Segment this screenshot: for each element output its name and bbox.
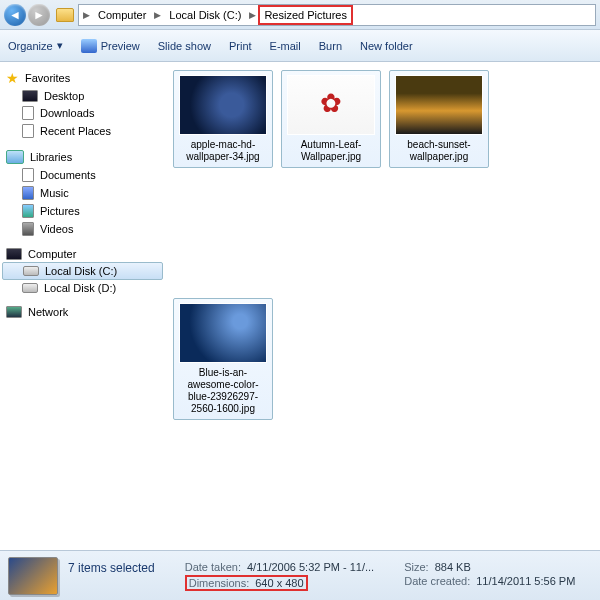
newfolder-button[interactable]: New folder xyxy=(360,40,413,52)
file-thumbnail[interactable]: Blue-is-an-awesome-color-blue-23926297-2… xyxy=(173,298,273,420)
documents-icon xyxy=(22,168,34,182)
sidebar-item-downloads[interactable]: Downloads xyxy=(0,104,165,122)
status-bar: 7 items selected Date taken:4/11/2006 5:… xyxy=(0,550,600,600)
file-thumbnail[interactable]: beach-sunset-wallpaper.jpg xyxy=(389,70,489,168)
chevron-right-icon: ▶ xyxy=(81,10,92,20)
recent-places-icon xyxy=(22,124,34,138)
slideshow-button[interactable]: Slide show xyxy=(158,40,211,52)
thumbnail-image xyxy=(179,75,267,135)
selection-count: 7 items selected xyxy=(68,561,155,575)
file-pane[interactable]: apple-mac-hd-wallpaper-34.jpg Autumn-Lea… xyxy=(165,62,600,550)
breadcrumb-localdisk[interactable]: Local Disk (C:) xyxy=(163,5,247,25)
dimensions-label: Dimensions: xyxy=(189,577,250,589)
back-button[interactable]: ◄ xyxy=(4,4,26,26)
sidebar: ★Favorites Desktop Downloads Recent Plac… xyxy=(0,62,165,550)
pictures-icon xyxy=(22,204,34,218)
address-bar: ◄ ► ▶ Computer ▶ Local Disk (C:) ▶ Resiz… xyxy=(0,0,600,30)
forward-button[interactable]: ► xyxy=(28,4,50,26)
libraries-icon xyxy=(6,150,24,164)
sidebar-item-videos[interactable]: Videos xyxy=(0,220,165,238)
preview-icon xyxy=(81,39,97,53)
folder-icon xyxy=(56,8,74,22)
file-thumbnail[interactable]: Autumn-Leaf-Wallpaper.jpg xyxy=(281,70,381,168)
size-label: Size: xyxy=(404,561,428,573)
sidebar-favorites[interactable]: ★Favorites xyxy=(0,68,165,88)
network-icon xyxy=(6,306,22,318)
dimensions-value: 640 x 480 xyxy=(255,577,303,589)
breadcrumb[interactable]: ▶ Computer ▶ Local Disk (C:) ▶ Resized P… xyxy=(78,4,596,26)
sidebar-item-documents[interactable]: Documents xyxy=(0,166,165,184)
date-created-label: Date created: xyxy=(404,575,470,587)
dimensions-highlight: Dimensions:640 x 480 xyxy=(185,575,308,591)
print-button[interactable]: Print xyxy=(229,40,252,52)
preview-button[interactable]: Preview xyxy=(81,39,140,53)
date-taken-label: Date taken: xyxy=(185,561,241,573)
sidebar-libraries[interactable]: Libraries xyxy=(0,148,165,166)
disk-icon xyxy=(22,283,38,293)
network-group: Network xyxy=(0,304,165,320)
toolbar: Organize ▾ Preview Slide show Print E-ma… xyxy=(0,30,600,62)
sidebar-computer[interactable]: Computer xyxy=(0,246,165,262)
sidebar-item-disk-d[interactable]: Local Disk (D:) xyxy=(0,280,165,296)
thumbnail-image xyxy=(179,303,267,363)
computer-icon xyxy=(6,248,22,260)
sidebar-item-pictures[interactable]: Pictures xyxy=(0,202,165,220)
file-thumbnail[interactable]: apple-mac-hd-wallpaper-34.jpg xyxy=(173,70,273,168)
date-taken-value: 4/11/2006 5:32 PM - 11/... xyxy=(247,561,374,573)
chevron-right-icon: ▶ xyxy=(152,10,163,20)
disk-icon xyxy=(23,266,39,276)
chevron-right-icon: ▶ xyxy=(247,10,258,20)
sidebar-item-music[interactable]: Music xyxy=(0,184,165,202)
downloads-icon xyxy=(22,106,34,120)
file-name: apple-mac-hd-wallpaper-34.jpg xyxy=(178,139,268,163)
sidebar-network[interactable]: Network xyxy=(0,304,165,320)
sidebar-item-recent[interactable]: Recent Places xyxy=(0,122,165,140)
sidebar-item-disk-c[interactable]: Local Disk (C:) xyxy=(2,262,163,280)
thumbnail-image xyxy=(287,75,375,135)
videos-icon xyxy=(22,222,34,236)
date-created-value: 11/14/2011 5:56 PM xyxy=(476,575,575,587)
thumbnail-image xyxy=(395,75,483,135)
email-button[interactable]: E-mail xyxy=(270,40,301,52)
size-value: 884 KB xyxy=(435,561,471,573)
music-icon xyxy=(22,186,34,200)
main-area: ★Favorites Desktop Downloads Recent Plac… xyxy=(0,62,600,550)
breadcrumb-resized-pictures[interactable]: Resized Pictures xyxy=(258,5,353,25)
burn-button[interactable]: Burn xyxy=(319,40,342,52)
sidebar-item-desktop[interactable]: Desktop xyxy=(0,88,165,104)
file-name: Autumn-Leaf-Wallpaper.jpg xyxy=(286,139,376,163)
breadcrumb-computer[interactable]: Computer xyxy=(92,5,152,25)
selection-thumbnail xyxy=(8,557,58,595)
star-icon: ★ xyxy=(6,70,19,86)
favorites-group: ★Favorites Desktop Downloads Recent Plac… xyxy=(0,68,165,140)
file-name: beach-sunset-wallpaper.jpg xyxy=(394,139,484,163)
file-name: Blue-is-an-awesome-color-blue-23926297-2… xyxy=(178,367,268,415)
organize-button[interactable]: Organize ▾ xyxy=(8,39,63,52)
computer-group: Computer Local Disk (C:) Local Disk (D:) xyxy=(0,246,165,296)
desktop-icon xyxy=(22,90,38,102)
libraries-group: Libraries Documents Music Pictures Video… xyxy=(0,148,165,238)
